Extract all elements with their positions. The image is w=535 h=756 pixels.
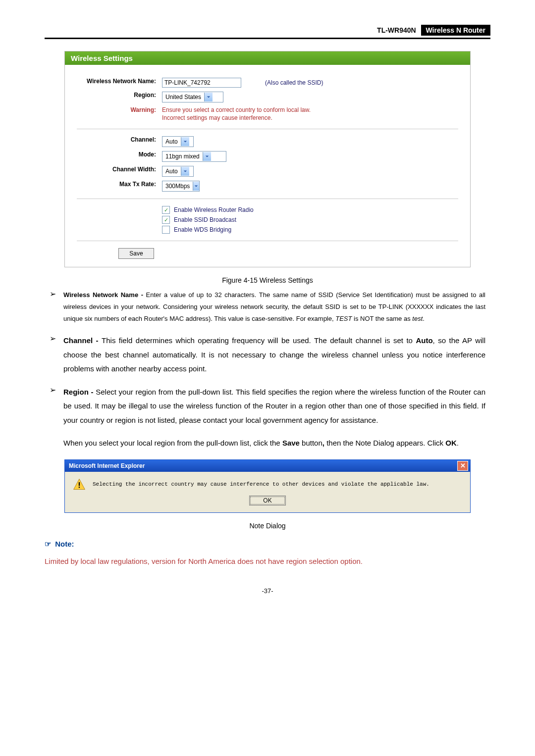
chevron-down-icon — [181, 167, 189, 176]
ok-button[interactable]: OK — [249, 496, 286, 505]
region-select[interactable]: United States — [162, 92, 223, 102]
channel-select[interactable]: Auto — [162, 136, 194, 147]
channel-width-label: Channel Width: — [77, 166, 162, 173]
note-heading: ☞ Note: — [45, 540, 490, 549]
page-header: TL-WR940N Wireless N Router — [45, 25, 490, 39]
dialog-message: Selecting the incorrect country may caus… — [93, 481, 429, 487]
divider — [77, 241, 458, 241]
channel-label: Channel: — [77, 136, 162, 143]
svg-rect-0 — [79, 482, 80, 486]
bullet-icon: ➢ — [50, 334, 63, 376]
mode-label: Mode: — [77, 151, 162, 158]
channel-width-select[interactable]: Auto — [162, 166, 194, 177]
divider — [77, 129, 458, 129]
divider — [77, 199, 458, 199]
enable-wds-label: Enable WDS Bridging — [174, 226, 231, 233]
warning-icon — [73, 478, 86, 491]
dialog-titlebar: Microsoft Internet Explorer ✕ — [65, 460, 470, 472]
note-dialog: Microsoft Internet Explorer ✕ Selecting … — [64, 459, 471, 513]
chevron-down-icon — [204, 93, 213, 101]
dialog-caption: Note Dialog — [45, 522, 490, 530]
close-icon[interactable]: ✕ — [457, 461, 468, 471]
region-label: Region: — [77, 92, 162, 99]
note-body: Limited by local law regulations, versio… — [45, 555, 490, 567]
chevron-down-icon — [193, 182, 199, 191]
ssid-aside: (Also called the SSID) — [265, 79, 323, 86]
bullet-icon: ➢ — [50, 289, 63, 325]
warning-line-2: Incorrect settings may cause interferenc… — [162, 114, 458, 122]
chevron-down-icon — [203, 152, 211, 161]
bullet-icon: ➢ — [50, 385, 63, 428]
product-title: Wireless N Router — [421, 25, 490, 36]
wireless-settings-panel: Wireless Settings Wireless Network Name:… — [64, 51, 471, 267]
enable-wds-checkbox[interactable] — [162, 226, 170, 234]
mode-select[interactable]: 11bgn mixed — [162, 151, 226, 162]
panel-title: Wireless Settings — [65, 51, 470, 65]
enable-ssid-label: Enable SSID Broadcast — [174, 216, 236, 223]
pointer-icon: ☞ — [45, 540, 51, 548]
region-save-note: When you select your local region from t… — [63, 436, 485, 451]
max-tx-label: Max Tx Rate: — [77, 181, 162, 188]
warning-line-1: Ensure you select a correct country to c… — [162, 106, 458, 114]
bullet-channel: Channel - This field determines which op… — [63, 334, 485, 376]
page-number: -37- — [45, 587, 490, 595]
bullet-network-name: Wireless Network Name - Enter a value of… — [63, 289, 485, 325]
network-name-label: Wireless Network Name: — [77, 78, 162, 85]
bullet-region: Region - Select your region from the pul… — [63, 385, 485, 428]
enable-radio-label: Enable Wireless Router Radio — [174, 206, 254, 213]
network-name-input[interactable] — [162, 78, 241, 88]
enable-ssid-checkbox[interactable]: ✓ — [162, 216, 170, 224]
dialog-title-text: Microsoft Internet Explorer — [69, 462, 145, 469]
save-button[interactable]: Save — [118, 248, 154, 259]
enable-radio-checkbox[interactable]: ✓ — [162, 206, 170, 214]
description-list: ➢ Wireless Network Name - Enter a value … — [50, 289, 485, 427]
svg-rect-1 — [79, 487, 80, 488]
model-label: TL-WR940N — [377, 26, 416, 34]
max-tx-select[interactable]: 300Mbps — [162, 181, 200, 192]
warning-label: Warning: — [77, 106, 162, 113]
chevron-down-icon — [181, 137, 189, 146]
figure-caption: Figure 4-15 Wireless Settings — [45, 276, 490, 284]
